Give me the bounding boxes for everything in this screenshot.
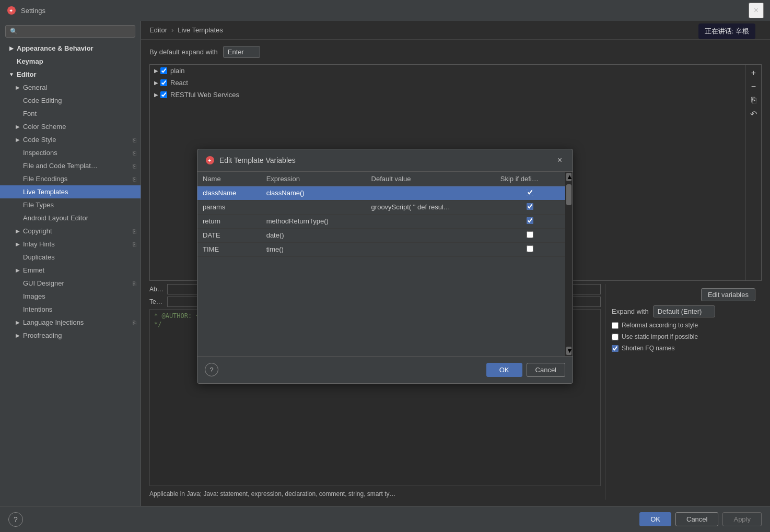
- skip-checkbox-TIME[interactable]: [527, 245, 533, 252]
- dialog-table: Name Expression Default value Skip if de…: [197, 172, 565, 356]
- cell-expression-className: className(): [261, 186, 366, 200]
- tooltip: 正在讲话: 辛根: [698, 23, 755, 39]
- dialog-close-button[interactable]: ×: [554, 155, 565, 166]
- skip-checkbox-className[interactable]: [527, 189, 533, 196]
- dialog-help-button[interactable]: ?: [205, 363, 218, 376]
- dialog-table-area: Name Expression Default value Skip if de…: [197, 172, 573, 356]
- dialog-bottom: ? OK Cancel: [197, 356, 573, 383]
- cell-default-params: groovyScript( " def resul…: [366, 200, 495, 214]
- cell-skip-TIME: [495, 242, 565, 256]
- cell-skip-className: [495, 186, 565, 200]
- cell-skip-return: [495, 214, 565, 228]
- scroll-down-btn[interactable]: ▼: [566, 347, 571, 355]
- cell-name-className: className: [197, 186, 261, 200]
- cell-expression-params: [261, 200, 366, 214]
- cell-name-TIME: TIME: [197, 242, 261, 256]
- edit-template-variables-dialog: ✦ Edit Template Variables × Name Express…: [197, 149, 573, 384]
- table-header: Name Expression Default value Skip if de…: [197, 172, 565, 186]
- table-body: className className() params groovyScrip…: [197, 186, 565, 256]
- cell-name-DATE: DATE: [197, 228, 261, 242]
- cell-default-return: [366, 214, 495, 228]
- cell-expression-return: methodReturnType(): [261, 214, 366, 228]
- cell-expression-TIME: time(): [261, 242, 366, 256]
- variables-table: Name Expression Default value Skip if de…: [197, 172, 565, 257]
- table-row-params[interactable]: params groovyScript( " def resul…: [197, 200, 565, 214]
- dialog-title: Edit Template Variables: [219, 156, 554, 164]
- settings-window: ✦ Settings 正在讲话: 辛根 × ▶Appearance & Beha…: [0, 0, 770, 532]
- svg-text:✦: ✦: [207, 158, 212, 163]
- scroll-thumb[interactable]: [566, 184, 571, 205]
- col-default: Default value: [366, 172, 495, 186]
- dialog-overlay: ✦ Edit Template Variables × Name Express…: [0, 0, 770, 532]
- skip-checkbox-params[interactable]: [527, 203, 533, 210]
- dialog-title-bar: ✦ Edit Template Variables ×: [197, 149, 573, 172]
- cell-skip-params: [495, 200, 565, 214]
- cell-default-TIME: [366, 242, 495, 256]
- table-row-className[interactable]: className className(): [197, 186, 565, 200]
- dialog-app-icon: ✦: [205, 155, 215, 165]
- skip-checkbox-return[interactable]: [527, 217, 533, 224]
- cell-default-className: [366, 186, 495, 200]
- table-row-return[interactable]: return methodReturnType(): [197, 214, 565, 228]
- cell-expression-DATE: date(): [261, 228, 366, 242]
- table-row-TIME[interactable]: TIME time(): [197, 242, 565, 256]
- table-header-row: Name Expression Default value Skip if de…: [197, 172, 565, 186]
- table-row-DATE[interactable]: DATE date(): [197, 228, 565, 242]
- cell-name-return: return: [197, 214, 261, 228]
- col-name: Name: [197, 172, 261, 186]
- dialog-cancel-button[interactable]: Cancel: [527, 363, 565, 377]
- cell-name-params: params: [197, 200, 261, 214]
- skip-checkbox-DATE[interactable]: [527, 231, 533, 238]
- col-skip: Skip if defi…: [495, 172, 565, 186]
- cell-skip-DATE: [495, 228, 565, 242]
- cell-default-DATE: [366, 228, 495, 242]
- col-expression: Expression: [261, 172, 366, 186]
- table-scrollbar[interactable]: ▲ ▼: [565, 172, 573, 356]
- dialog-ok-button[interactable]: OK: [486, 363, 522, 377]
- scroll-up-btn[interactable]: ▲: [566, 173, 571, 181]
